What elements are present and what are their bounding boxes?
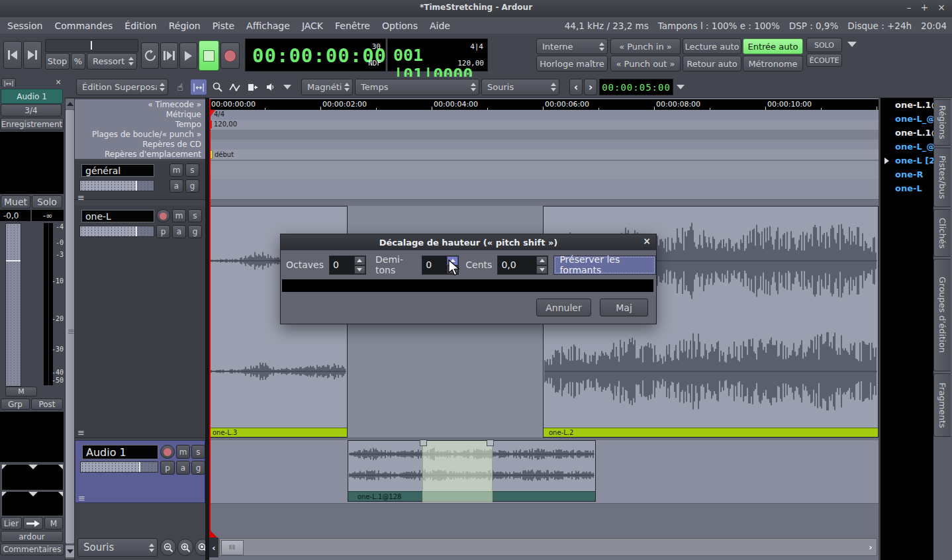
- metronome-button[interactable]: Métronome: [743, 56, 803, 71]
- region-list-item[interactable]: one-L [2: [881, 154, 933, 167]
- stop-button[interactable]: [199, 40, 219, 71]
- mute-track-button[interactable]: m: [169, 163, 183, 177]
- region-list-item[interactable]: one-R: [881, 167, 933, 181]
- shuttle-percent-button[interactable]: %: [71, 53, 85, 70]
- cents-down-button[interactable]: [536, 265, 547, 274]
- play-button[interactable]: [179, 42, 197, 69]
- master-clock-button[interactable]: Horloge maître: [536, 56, 608, 71]
- edit-point-dropdown[interactable]: Souris: [481, 79, 559, 95]
- region-one-l1[interactable]: one-L.1@128: [348, 440, 596, 502]
- track-resize-grip[interactable]: ≡: [77, 195, 85, 201]
- comments-button[interactable]: Commentaires: [0, 543, 64, 555]
- ruler-label-0[interactable]: « Timecode »: [75, 99, 205, 109]
- track-header-general[interactable]: général m s a g: [75, 161, 205, 200]
- toolbar-chevron-icon[interactable]: [677, 85, 685, 89]
- group-track-button[interactable]: g: [188, 225, 202, 238]
- play-range-button[interactable]: [160, 42, 178, 69]
- hscroll-right-button[interactable]: ›: [866, 540, 875, 554]
- panner-arrow-button[interactable]: [23, 517, 43, 530]
- title-bar[interactable]: *TimeStretching - Ardour – + ×: [0, 0, 952, 18]
- scroll-down-button[interactable]: [66, 545, 74, 557]
- meter-ruler[interactable]: 4/4: [209, 110, 879, 120]
- transport-options-chevron-icon[interactable]: [847, 42, 857, 47]
- ruler-label-2[interactable]: Tempo: [75, 119, 205, 129]
- auto-input-button[interactable]: Entrée auto: [743, 38, 803, 54]
- loop-button[interactable]: [141, 42, 159, 69]
- time-signature-button[interactable]: 3/4: [1, 104, 62, 117]
- group-track-button[interactable]: g: [185, 179, 199, 193]
- automation-button[interactable]: a: [169, 179, 183, 193]
- automation-button[interactable]: a: [172, 225, 186, 238]
- selection-handle[interactable]: [487, 440, 494, 446]
- preserve-formants-toggle[interactable]: Préserver les formants: [553, 256, 656, 275]
- record-arm-button[interactable]: [160, 445, 175, 459]
- menu-item-rgion[interactable]: Région: [163, 19, 207, 32]
- menu-item-affichage[interactable]: Affichage: [240, 19, 296, 32]
- tool-object-button[interactable]: ☝: [172, 79, 188, 95]
- solo-track-button[interactable]: s: [188, 209, 202, 222]
- zoom-out-button[interactable]: [160, 539, 176, 556]
- mute-button[interactable]: Muet: [1, 195, 30, 209]
- ruler-label-1[interactable]: Métrique: [75, 109, 205, 119]
- maximize-button[interactable]: +: [921, 2, 929, 13]
- canvas-hscroll-collapse-button[interactable]: ‹: [209, 537, 218, 557]
- snap-unit-dropdown[interactable]: Temps: [355, 79, 479, 95]
- cd-marker-ruler[interactable]: [209, 140, 879, 150]
- minimize-button[interactable]: –: [907, 2, 912, 13]
- tool-stretch-button[interactable]: [245, 79, 261, 95]
- track-name-input[interactable]: Audio 1: [82, 445, 158, 459]
- region-list-item[interactable]: one-L_@: [881, 112, 933, 126]
- octaves-down-button[interactable]: [354, 265, 365, 274]
- punch-out-button[interactable]: « Punch out »: [610, 56, 681, 71]
- menu-item-aide[interactable]: Aide: [424, 19, 456, 32]
- mono-button[interactable]: M: [44, 517, 63, 530]
- mixer-io-display[interactable]: [0, 132, 64, 194]
- zoom-in-button[interactable]: [177, 539, 193, 556]
- cents-up-button[interactable]: [536, 256, 547, 265]
- nudge-clock[interactable]: 00:00:05:00: [599, 79, 673, 95]
- punch-in-button[interactable]: « Punch in »: [610, 38, 681, 54]
- solo-button[interactable]: SOLO: [806, 38, 842, 52]
- time-selection-overlay[interactable]: [422, 441, 493, 502]
- nudge-back-button[interactable]: ‹: [569, 79, 583, 95]
- playhead-line[interactable]: [209, 99, 211, 536]
- ruler-label-4[interactable]: Repères de CD: [75, 139, 205, 149]
- track-resize-grip[interactable]: ≡: [77, 430, 85, 436]
- gain-fader[interactable]: [5, 223, 21, 387]
- panel-tab-clichs[interactable]: Clichés: [933, 209, 951, 257]
- playlist-button[interactable]: p: [160, 461, 175, 475]
- location-marker-ruler[interactable]: début: [209, 150, 879, 160]
- auto-play-button[interactable]: Lecture auto: [683, 38, 741, 54]
- region-list-item[interactable]: one-L.1@: [881, 126, 933, 140]
- post-button[interactable]: Post: [31, 398, 63, 410]
- mute-track-button[interactable]: m: [176, 445, 190, 459]
- ruler-label-3[interactable]: Plages de boucle/« punch »: [75, 129, 205, 139]
- record-arm-button[interactable]: [156, 209, 170, 222]
- primary-clock[interactable]: 00:00:00:00 30 NDF: [245, 38, 386, 71]
- group-track-button[interactable]: g: [191, 461, 205, 475]
- track-name-input[interactable]: one-L: [81, 210, 154, 222]
- selection-handle[interactable]: [420, 440, 427, 446]
- tools-chevron-icon[interactable]: [283, 85, 291, 89]
- playlist-button[interactable]: p: [156, 225, 170, 238]
- dialog-close-button[interactable]: ×: [643, 236, 651, 246]
- scroll-up-button[interactable]: [66, 99, 74, 109]
- mute-track-button[interactable]: m: [172, 209, 186, 222]
- expander-triangle-icon[interactable]: [884, 158, 889, 164]
- peak-display[interactable]: -∞: [32, 210, 64, 221]
- region-list-item[interactable]: one-L.1@: [881, 98, 933, 112]
- goto-end-button[interactable]: [23, 41, 42, 69]
- track-header-audio1[interactable]: Audio 1 m s p a g ≡: [75, 440, 205, 503]
- output-selector[interactable]: [1, 491, 64, 516]
- mixer-strip-close-button[interactable]: ✕: [53, 78, 64, 87]
- octaves-spinbox[interactable]: 0: [329, 256, 366, 275]
- panel-tab-rgions[interactable]: Régions: [933, 99, 951, 146]
- edit-mode-dropdown[interactable]: Édition Superposa: [76, 79, 168, 95]
- cancel-button[interactable]: Annuler: [536, 299, 591, 316]
- menu-item-jack[interactable]: JACK: [296, 19, 329, 32]
- octaves-up-button[interactable]: [354, 256, 365, 265]
- track-lane-general[interactable]: [209, 161, 879, 200]
- region-list-item[interactable]: one-L_@: [881, 140, 933, 154]
- track-resize-grip[interactable]: ≡: [78, 495, 85, 502]
- tool-zoom-button[interactable]: [209, 79, 225, 95]
